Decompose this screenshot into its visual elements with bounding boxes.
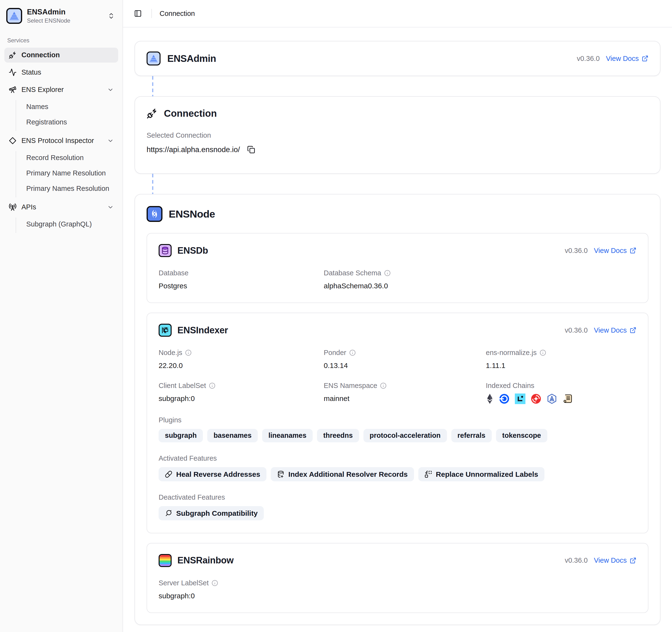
deactivated-features-label: Deactivated Features — [159, 493, 637, 501]
view-docs-link[interactable]: View Docs — [606, 55, 648, 63]
plugin-badge: referrals — [451, 429, 492, 442]
field-nodejs: Node.js 22.20.0 — [159, 349, 312, 370]
pill-icon — [165, 470, 172, 478]
indexed-chains-row — [486, 393, 637, 404]
ensnode-selector[interactable]: ENSAdmin Select ENSNode — [4, 5, 118, 26]
view-docs-link[interactable]: View Docs — [594, 556, 637, 564]
sidebar-item-label: Connection — [21, 51, 60, 59]
ensrainbow-card: ENSRainbow v0.36.0 View Docs — [147, 543, 648, 613]
base-icon — [499, 393, 509, 404]
sidebar-item-ens-protocol-inspector[interactable]: ENS Protocol Inspector — [4, 133, 118, 148]
sidebar-item-connection[interactable]: Connection — [4, 48, 118, 63]
info-icon[interactable] — [539, 349, 546, 356]
view-docs-link[interactable]: View Docs — [594, 326, 637, 334]
sidebar-item-apis[interactable]: APIs — [4, 200, 118, 215]
replace-icon — [425, 470, 432, 478]
deactivated-features-badges: Subgraph Compatibility — [159, 506, 637, 520]
arbitrum-icon — [547, 393, 557, 404]
plug-zap-icon — [147, 108, 158, 119]
sidebar-item-status[interactable]: Status — [4, 65, 118, 80]
field-indexed-chains: Indexed Chains — [486, 382, 637, 404]
activated-features-badges: Heal Reverse Addresses Index Additional … — [159, 467, 637, 481]
flow-connector — [152, 76, 153, 96]
card-title: ENSIndexer — [177, 325, 228, 336]
section-title: ENSNode — [169, 208, 215, 220]
external-link-icon — [630, 557, 637, 564]
activity-icon — [9, 68, 17, 76]
main-area: Connection ENSAdmin — [123, 0, 672, 632]
ensadmin-card: ENSAdmin v0.36.0 View Docs — [135, 41, 661, 76]
view-docs-link[interactable]: View Docs — [594, 247, 637, 254]
field-client-labelset: Client LabelSet subgraph:0 — [159, 382, 312, 404]
ensindexer-card: ENSIndexer v0.36.0 View Docs — [147, 313, 648, 533]
copy-icon[interactable] — [246, 145, 256, 154]
info-icon[interactable] — [185, 349, 192, 356]
chevron-down-icon — [107, 204, 114, 211]
optimism-icon — [531, 393, 541, 404]
field-ens-normalize: ens-normalize.js 1.11.1 — [486, 349, 637, 370]
ensadmin-logo-icon — [6, 8, 22, 24]
selected-connection-label: Selected Connection — [147, 131, 648, 139]
ensdb-logo-icon — [159, 244, 172, 257]
info-icon[interactable] — [209, 383, 215, 389]
ensdb-card: ENSDb v0.36.0 View Docs — [147, 233, 648, 303]
plugin-badge: threedns — [317, 429, 359, 442]
sidebar-toggle-button[interactable] — [132, 8, 144, 19]
ensnode-logo-icon — [147, 206, 163, 222]
database-plus-icon — [277, 470, 285, 478]
feature-badge: Replace Unnormalized Labels — [418, 467, 545, 481]
sidebar-item-names[interactable]: Names — [23, 100, 118, 114]
chevron-down-icon — [107, 87, 114, 93]
info-icon[interactable] — [380, 383, 387, 389]
plugin-badge: basenames — [207, 429, 258, 442]
plugin-badge: subgraph — [159, 429, 203, 442]
telescope-icon — [9, 86, 17, 94]
chevron-down-icon — [107, 138, 114, 144]
diamond-icon — [9, 137, 17, 145]
field-database: Database Postgres — [159, 269, 312, 290]
sidebar: ENSAdmin Select ENSNode Services Connect… — [0, 0, 123, 632]
field-ens-namespace: ENS Namespace mainnet — [324, 382, 474, 404]
scroll-icon — [562, 393, 573, 404]
field-server-labelset: Server LabelSet subgraph:0 — [159, 579, 637, 600]
ensnode-card: ENSNode ENSDb v0.36.0 — [135, 194, 661, 625]
sidebar-item-label: ENS Protocol Inspector — [21, 137, 94, 145]
sidebar-item-record-resolution[interactable]: Record Resolution — [23, 151, 118, 165]
plug-zap-icon — [9, 51, 17, 59]
sidebar-item-primary-names-resolution[interactable]: Primary Names Resolution — [23, 182, 118, 195]
chevrons-up-down-icon[interactable] — [106, 11, 116, 21]
sidebar-item-label: Status — [21, 68, 41, 76]
ens-protocol-inspector-subnav: Record Resolution Primary Name Resolutio… — [16, 151, 118, 197]
sidebar-item-registrations[interactable]: Registrations — [23, 116, 118, 129]
ethereum-icon — [486, 393, 494, 404]
topbar: Connection — [123, 0, 672, 27]
sidebar-item-ens-explorer[interactable]: ENS Explorer — [4, 82, 118, 97]
external-link-icon — [642, 55, 648, 62]
services-section-label: Services — [7, 37, 115, 44]
app-subtitle: Select ENSNode — [27, 17, 101, 24]
sidebar-item-subgraph-graphql[interactable]: Subgraph (GraphQL) — [23, 218, 118, 231]
feature-badge: Subgraph Compatibility — [159, 506, 264, 520]
linea-icon — [515, 393, 525, 404]
ens-explorer-subnav: Names Registrations — [16, 100, 118, 131]
app-title: ENSAdmin — [27, 8, 101, 16]
card-title: Connection — [164, 108, 217, 119]
ensadmin-logo-icon — [147, 51, 161, 66]
card-title: ENSDb — [177, 245, 208, 256]
info-icon[interactable] — [349, 349, 356, 356]
content: ENSAdmin v0.36.0 View Docs Connection — [123, 27, 672, 631]
plugin-badge: lineanames — [262, 429, 313, 442]
external-link-icon — [630, 247, 637, 254]
feature-badge: Index Additional Resolver Records — [271, 467, 414, 481]
sidebar-item-primary-name-resolution[interactable]: Primary Name Resolution — [23, 167, 118, 180]
plugins-badges: subgraph basenames lineanames threedns p… — [159, 429, 637, 442]
info-icon[interactable] — [384, 270, 391, 276]
connection-url: https://api.alpha.ensnode.io/ — [147, 145, 240, 154]
card-title: ENSRainbow — [177, 555, 234, 565]
plugin-badge: protocol-acceleration — [363, 429, 447, 442]
card-title: ENSAdmin — [167, 53, 216, 64]
info-icon[interactable] — [212, 580, 218, 586]
activated-features-label: Activated Features — [159, 454, 637, 462]
field-ponder: Ponder 0.13.14 — [324, 349, 474, 370]
field-database-schema: Database Schema alphaSchema0.36.0 — [324, 269, 474, 290]
